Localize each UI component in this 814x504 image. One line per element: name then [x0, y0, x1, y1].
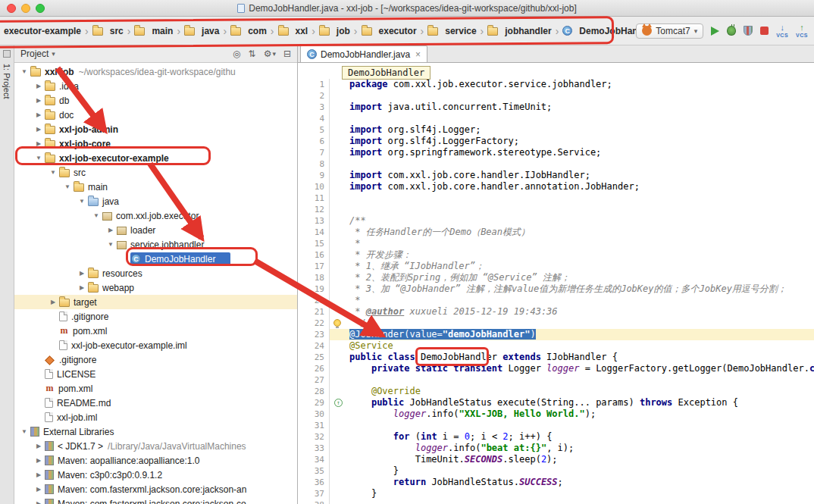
- coverage-button[interactable]: [744, 26, 753, 36]
- code-line[interactable]: 6import org.slf4j.LoggerFactory;: [298, 136, 814, 147]
- code-line[interactable]: 19 * 3、加 “@JobHander” 注解，注解value值为新增任务生成…: [298, 283, 814, 295]
- code-line[interactable]: 16 * 开发步骤：: [298, 249, 814, 261]
- code-line[interactable]: 17 * 1、继承 “IJobHandler”；: [298, 261, 814, 272]
- code-line[interactable]: 26 private static transient Logger logge…: [298, 363, 814, 374]
- run-button[interactable]: [711, 27, 719, 36]
- collapse-all-icon[interactable]: ⇅: [249, 49, 256, 59]
- breadcrumb-item[interactable]: com: [228, 24, 269, 38]
- breadcrumb-item[interactable]: executor: [359, 24, 419, 38]
- code-line[interactable]: 23@JobHander(value="demoJobHandler"): [298, 329, 814, 340]
- breadcrumb-item[interactable]: job: [317, 24, 352, 38]
- tree-item[interactable]: ▼xxl-job-executor-example: [14, 151, 297, 165]
- tree-item[interactable]: ▶resources: [14, 266, 297, 280]
- breadcrumb-item[interactable]: src: [90, 24, 126, 38]
- code-line[interactable]: 21 * @author xuxueli 2015-12-19 19:43:36: [298, 306, 814, 318]
- run-config-selector[interactable]: Tomcat7 ▾: [636, 23, 703, 39]
- settings-icon[interactable]: ⚙▾: [264, 49, 276, 59]
- code-line[interactable]: 3import java.util.concurrent.TimeUnit;: [298, 102, 814, 113]
- chevron-expanded-icon[interactable]: ▼: [19, 68, 30, 75]
- code-line[interactable]: 18 * 2、装配到Spring，例如加 “@Service” 注解；: [298, 272, 814, 283]
- tree-item[interactable]: ▶webapp: [14, 280, 297, 295]
- chevron-collapsed-icon[interactable]: ▶: [33, 83, 44, 89]
- code-line[interactable]: 28 @Override: [298, 386, 814, 397]
- breadcrumb-item[interactable]: xxl: [276, 24, 311, 38]
- project-tool-window-button[interactable]: 1: Project: [2, 64, 11, 99]
- chevron-expanded-icon[interactable]: ▼: [62, 183, 73, 190]
- chevron-collapsed-icon[interactable]: ▶: [33, 111, 44, 118]
- tree-item[interactable]: mpom.xml: [14, 381, 297, 396]
- code-line[interactable]: 22 */: [298, 318, 814, 329]
- code-line[interactable]: 5import org.slf4j.Logger;: [298, 124, 814, 136]
- chevron-collapsed-icon[interactable]: ▶: [33, 97, 44, 104]
- code-line[interactable]: 13/**: [298, 215, 814, 227]
- chevron-expanded-icon[interactable]: ▼: [33, 155, 44, 161]
- intention-bulb-icon[interactable]: [333, 319, 341, 327]
- chevron-collapsed-icon[interactable]: ▶: [33, 443, 44, 449]
- tree-item[interactable]: CDemoJobHandler: [14, 252, 297, 266]
- code-line[interactable]: 9import com.xxl.job.core.handler.IJobHan…: [298, 170, 814, 181]
- tree-item[interactable]: .gitignore: [14, 352, 297, 367]
- code-line[interactable]: 24@Service: [298, 340, 814, 352]
- code-line[interactable]: 10import com.xxl.job.core.handler.annota…: [298, 181, 814, 193]
- chevron-collapsed-icon[interactable]: ▶: [33, 140, 44, 147]
- tree-item[interactable]: xxl-job-executor-example.iml: [14, 338, 297, 352]
- breadcrumb-item[interactable]: java: [182, 24, 221, 38]
- tree-item[interactable]: README.md: [14, 396, 297, 410]
- tree-item[interactable]: ▶db: [14, 93, 297, 108]
- project-view-dropdown[interactable]: Project ▾: [20, 49, 233, 59]
- editor-tab[interactable]: C DemoJobHandler.java ×: [300, 45, 427, 62]
- code-line[interactable]: 34 TimeUnit.SECONDS.sleep(2);: [298, 454, 814, 465]
- breadcrumb-item[interactable]: jobhandler: [485, 24, 553, 38]
- code-line[interactable]: 8: [298, 158, 814, 170]
- chevron-collapsed-icon[interactable]: ▶: [33, 126, 44, 133]
- chevron-collapsed-icon[interactable]: ▶: [105, 227, 116, 233]
- tree-item[interactable]: ▼main: [14, 180, 297, 194]
- tree-item[interactable]: ▼service.jobhandler: [14, 237, 297, 252]
- code-line[interactable]: 32 for (int i = 0; i < 2; i++) {: [298, 431, 814, 443]
- code-line[interactable]: 2: [298, 90, 814, 102]
- tree-item[interactable]: ▶Maven: c3p0:c3p0:0.9.1.2: [14, 468, 297, 482]
- vcs-commit-button[interactable]: ↑ VCS: [796, 23, 808, 38]
- tree-item[interactable]: ▼External Libraries: [14, 424, 297, 439]
- code-line[interactable]: 38: [298, 499, 814, 504]
- minimize-window-button[interactable]: [21, 4, 30, 13]
- chevron-collapsed-icon[interactable]: ▶: [33, 486, 44, 493]
- chevron-expanded-icon[interactable]: ▼: [48, 169, 58, 176]
- code-line[interactable]: 35 }: [298, 465, 814, 477]
- tree-item[interactable]: ▶Maven: com.fasterxml.jackson.core:jacks…: [14, 496, 297, 504]
- code-line[interactable]: 31: [298, 420, 814, 431]
- code-line[interactable]: 12: [298, 204, 814, 215]
- code-line[interactable]: 1package com.xxl.job.executor.service.jo…: [298, 79, 814, 90]
- tree-item[interactable]: ▶Maven: aopalliance:aopalliance:1.0: [14, 453, 297, 468]
- chevron-collapsed-icon[interactable]: ▶: [33, 471, 44, 478]
- tree-item[interactable]: ▼java: [14, 194, 297, 208]
- tree-item[interactable]: mpom.xml: [14, 324, 297, 338]
- chevron-collapsed-icon[interactable]: ▶: [33, 500, 44, 504]
- tree-item[interactable]: ▶< JDK1.7 >/Library/Java/JavaVirtualMach…: [14, 439, 297, 453]
- chevron-collapsed-icon[interactable]: ▶: [33, 457, 44, 464]
- override-method-icon[interactable]: ↑: [334, 399, 343, 407]
- code-line[interactable]: 36 return JobHandleStatus.SUCCESS;: [298, 477, 814, 488]
- chevron-expanded-icon[interactable]: ▼: [19, 428, 30, 435]
- tree-item[interactable]: .gitignore: [14, 309, 297, 324]
- code-line[interactable]: 11: [298, 193, 814, 204]
- breadcrumb-item[interactable]: service: [425, 24, 478, 38]
- breadcrumb-item[interactable]: main: [132, 24, 175, 38]
- code-line[interactable]: 7import org.springframework.stereotype.S…: [298, 147, 814, 158]
- tree-item[interactable]: ▶.idea: [14, 79, 297, 93]
- tree-item[interactable]: xxl-job.iml: [14, 410, 297, 424]
- tree-item[interactable]: ▼xxl-job~/workspaces/idea-git-workspace/…: [14, 64, 297, 79]
- code-line[interactable]: 14 * 任务Handler的一个Demo（Bean模式）: [298, 227, 814, 238]
- code-line[interactable]: 20 *: [298, 295, 814, 306]
- tree-item[interactable]: ▶doc: [14, 108, 297, 122]
- tree-item[interactable]: ▼com.xxl.job.executor: [14, 208, 297, 223]
- code-line[interactable]: 15 *: [298, 238, 814, 249]
- vcs-update-button[interactable]: ↓ VCS: [776, 23, 788, 38]
- zoom-window-button[interactable]: [36, 4, 45, 13]
- code-line[interactable]: 30 logger.info("XXL-JOB, Hello World.");: [298, 409, 814, 420]
- code-line[interactable]: 33 logger.info("beat at:{}", i);: [298, 443, 814, 454]
- stop-button[interactable]: [760, 27, 769, 35]
- code-line[interactable]: 25public class DemoJobHandler extends IJ…: [298, 352, 814, 363]
- debug-button[interactable]: [727, 26, 736, 36]
- code-line[interactable]: 27: [298, 374, 814, 386]
